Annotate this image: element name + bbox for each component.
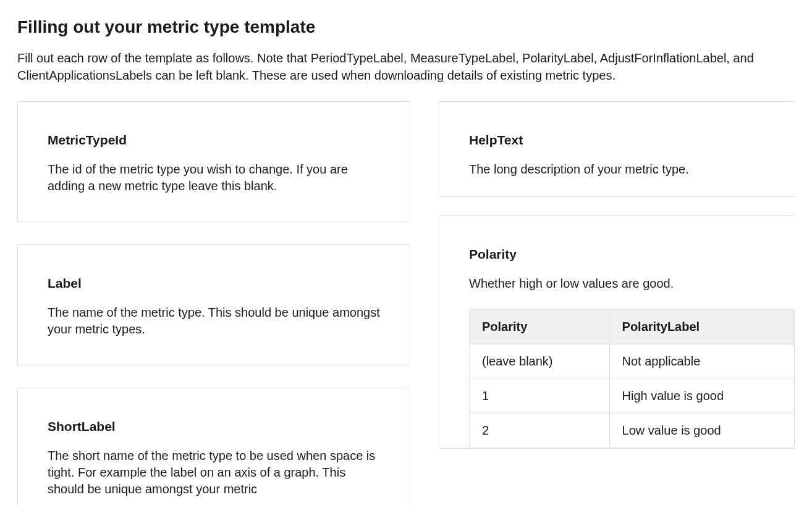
table-header-row: Polarity PolarityLabel [470,310,795,344]
polarity-table: Polarity PolarityLabel (leave blank) Not… [469,309,795,448]
right-column: HelpText The long description of your me… [439,101,795,505]
card-desc: Whether high or low values are good. [469,275,795,292]
page-title: Filling out your metric type template [17,17,795,37]
card-metric-type-id: MetricTypeId The id of the metric type y… [17,101,410,222]
card-desc: The short name of the metric type to be … [48,448,380,498]
table-row: 2 Low value is good [470,414,795,448]
left-column: MetricTypeId The id of the metric type y… [17,101,410,505]
card-title: HelpText [469,133,795,148]
card-desc: The name of the metric type. This should… [48,304,380,338]
table-cell: 2 [470,414,610,448]
table-cell: Not applicable [609,344,794,379]
card-title: Label [48,276,380,291]
table-cell: High value is good [609,379,794,414]
table-row: (leave blank) Not applicable [470,344,795,379]
card-polarity: Polarity Whether high or low values are … [439,215,795,449]
card-help-text: HelpText The long description of your me… [439,101,795,197]
table-row: 1 High value is good [470,379,795,414]
table-cell: Low value is good [609,414,794,448]
card-title: ShortLabel [48,419,380,434]
card-label: Label The name of the metric type. This … [17,244,410,365]
card-desc: The long description of your metric type… [469,161,795,178]
table-header-polarity: Polarity [470,310,610,344]
table-cell: 1 [470,379,610,414]
intro-text: Fill out each row of the template as fol… [17,49,795,84]
table-header-polarity-label: PolarityLabel [609,310,794,344]
table-cell: (leave blank) [470,344,610,379]
content-columns: MetricTypeId The id of the metric type y… [17,101,795,505]
card-title: MetricTypeId [48,133,380,148]
card-title: Polarity [469,247,795,262]
card-short-label: ShortLabel The short name of the metric … [17,388,410,505]
card-desc: The id of the metric type you wish to ch… [48,161,380,194]
